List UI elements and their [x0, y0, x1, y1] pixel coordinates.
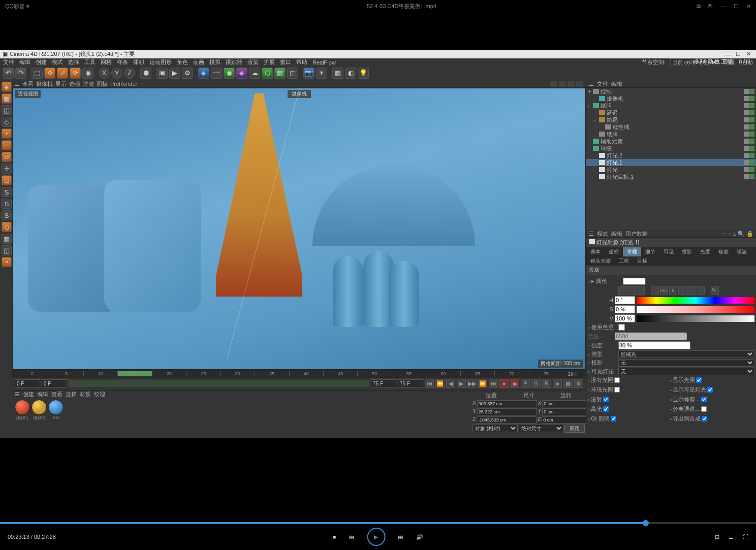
coord-system[interactable]: ⬢	[140, 68, 151, 79]
hue-slider[interactable]	[637, 297, 754, 304]
viewport-solo[interactable]: S	[2, 187, 12, 197]
shadow-type-dropdown[interactable]: 无	[618, 359, 754, 367]
val-slider[interactable]	[637, 315, 754, 322]
goto-nextkey-button[interactable]: ⏩	[478, 379, 487, 388]
menu-file[interactable]: 文件	[2, 58, 16, 66]
obj-menu-file[interactable]: 文件	[597, 80, 608, 88]
undo-button[interactable]: ↶	[3, 68, 14, 79]
viewport-3d[interactable]: 透视视图 摄像机 网格间距: 100 cm	[12, 88, 586, 370]
viewport-nav-3[interactable]	[568, 81, 575, 87]
add-spline[interactable]: 〰	[211, 68, 222, 79]
view-menu-options[interactable]: 选项	[69, 80, 80, 88]
timeline-preview-range[interactable]	[69, 380, 369, 387]
add-light[interactable]: ☀	[316, 68, 327, 79]
rotate-tool[interactable]: ⟳	[70, 68, 81, 79]
color-s-input[interactable]	[615, 305, 635, 313]
timeline-previewstart-input[interactable]	[42, 379, 67, 387]
z-axis-lock[interactable]: Z	[124, 68, 135, 79]
video-prev-button[interactable]: ⏮	[349, 534, 354, 540]
attr-menu-mode[interactable]: 模式	[597, 230, 608, 238]
render-settings[interactable]: ⚙	[182, 68, 193, 79]
snap-toggle[interactable]: ⊙	[2, 222, 12, 232]
attr-up-button[interactable]: ↑	[729, 231, 732, 237]
video-progress-bar[interactable]	[0, 522, 756, 524]
attr-tab[interactable]: 工程	[615, 256, 633, 266]
timeline-end-input[interactable]	[398, 379, 423, 387]
play-button[interactable]: ▶	[457, 379, 466, 388]
video-next-button[interactable]: ⏭	[398, 534, 403, 540]
coord-apply-button[interactable]: 应用	[564, 425, 585, 433]
attr-checkbox[interactable]	[614, 377, 620, 383]
object-row[interactable]: -环境	[586, 145, 756, 152]
attr-checkbox[interactable]	[701, 397, 707, 402]
attr-tab[interactable]: 光度	[696, 247, 714, 256]
make-editable[interactable]: ◈	[2, 82, 12, 92]
maximize-button[interactable]: ☐	[734, 3, 739, 10]
attr-tab[interactable]: 焦散	[714, 247, 733, 256]
scale-tool[interactable]: ⤢	[57, 68, 68, 79]
attr-tab[interactable]: 细节	[641, 247, 659, 256]
texture-mode[interactable]: ◫	[2, 105, 12, 115]
render-view[interactable]: ▣	[156, 68, 168, 79]
eyedropper-icon[interactable]: ✎	[711, 286, 719, 295]
key-pla-button[interactable]: ◈	[553, 379, 562, 388]
object-row[interactable]: -纸牌	[586, 102, 756, 109]
attr-home-button[interactable]: ⌂	[733, 231, 736, 237]
material-ball-3[interactable]	[48, 400, 64, 415]
pip-icon[interactable]: ⧉	[697, 3, 701, 10]
attr-tab[interactable]: 常规	[623, 247, 641, 256]
object-row[interactable]: 灯光.1	[586, 159, 756, 166]
add-mograph[interactable]: ⬡	[262, 68, 273, 79]
attr-tab[interactable]: 可见	[659, 247, 678, 256]
object-row[interactable]: 延迟	[586, 109, 756, 116]
attr-checkbox[interactable]	[701, 406, 707, 412]
add-scene[interactable]: ◐	[345, 68, 356, 79]
add-cube[interactable]: ◈	[198, 68, 209, 79]
player-app-name[interactable]: QQ影音 ▾	[5, 3, 107, 10]
color-mode-2[interactable]	[627, 286, 636, 295]
pos-x-input[interactable]	[477, 400, 537, 407]
snap-workplane[interactable]: ◫	[2, 245, 12, 255]
menu-animate[interactable]: 动画	[192, 58, 206, 66]
menu-character[interactable]: 角色	[175, 58, 190, 66]
attr-search-button[interactable]: 🔍	[738, 231, 745, 237]
goto-start-button[interactable]: ⏮	[425, 379, 434, 388]
video-playlist-button[interactable]: ☰	[729, 534, 734, 540]
close-button[interactable]: ✕	[746, 3, 751, 10]
viewport-nav-2[interactable]	[559, 81, 566, 87]
hamburger-icon[interactable]: ☰	[589, 81, 594, 87]
menu-select[interactable]: 选择	[67, 58, 81, 66]
key-settings-button[interactable]: ⚙	[574, 379, 583, 388]
pos-z-input[interactable]	[477, 416, 537, 424]
color-h-input[interactable]	[615, 296, 635, 304]
video-stop-button[interactable]: ■	[333, 534, 336, 540]
color-mode-8[interactable]	[697, 286, 705, 295]
hamburger-icon[interactable]: ☰	[15, 81, 20, 87]
size-mode-dropdown[interactable]: 绝对尺寸	[519, 425, 564, 432]
menu-render[interactable]: 渲染	[246, 58, 260, 66]
attr-checkbox[interactable]	[707, 387, 713, 393]
color-mode-hsv[interactable]: HSV	[660, 286, 668, 295]
x-axis-lock[interactable]: X	[99, 68, 110, 79]
next-frame-button[interactable]: ▶▶	[467, 379, 477, 388]
mat-menu-view[interactable]: 查看	[51, 391, 62, 398]
mat-menu-material[interactable]: 材质	[80, 391, 91, 398]
menu-create[interactable]: 创建	[34, 58, 48, 66]
poly-mode[interactable]: ▱	[2, 152, 12, 162]
video-snapshot-button[interactable]: ⊡	[715, 534, 719, 540]
redo-button[interactable]: ↷	[15, 68, 26, 79]
snap-settings[interactable]: ▦	[2, 234, 12, 244]
video-volume-button[interactable]: 🔊	[416, 534, 423, 540]
color-mode-1[interactable]	[618, 286, 626, 295]
last-tool[interactable]: ◉	[82, 68, 93, 79]
attr-menu-userdata[interactable]: 用户数据	[625, 230, 648, 238]
attr-tab[interactable]: 坐标	[605, 247, 623, 256]
add-field[interactable]: ▦	[274, 68, 286, 79]
goto-end-button[interactable]: ⏭	[489, 379, 498, 388]
color-mode-7[interactable]	[687, 286, 696, 295]
object-row[interactable]: 纸牌	[586, 131, 756, 138]
key-rot-button[interactable]: R	[542, 379, 551, 388]
attr-tab[interactable]: 镜头光晕	[586, 256, 615, 266]
video-fullscreen-button[interactable]: ⛶	[743, 534, 748, 540]
menu-volume[interactable]: 体积	[132, 58, 146, 66]
